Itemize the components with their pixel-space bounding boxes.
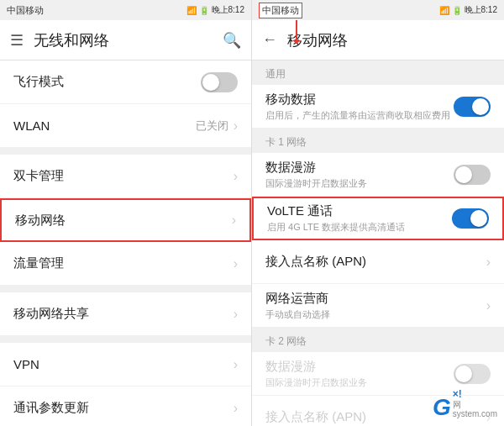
search-icon[interactable]: 🔍 <box>223 31 241 50</box>
comm-update-item[interactable]: 通讯参数更新 › <box>0 387 251 426</box>
mobile-data-title: 移动数据 <box>265 92 454 108</box>
dual-sim-chevron: › <box>234 169 238 184</box>
mobile-network-item[interactable]: 移动网络 › <box>0 198 251 242</box>
divider-2 <box>0 286 251 292</box>
data-roaming-1-toggle[interactable] <box>454 165 491 185</box>
vpn-chevron: › <box>234 357 238 372</box>
mobile-network-label: 移动网络 <box>15 213 232 229</box>
data-roaming-1-title: 数据漫游 <box>265 160 454 176</box>
data-roaming-1-subtitle: 国际漫游时开启数据业务 <box>265 177 454 190</box>
vpn-label: VPN <box>13 357 234 371</box>
vpn-item[interactable]: VPN › <box>0 343 251 387</box>
menu-icon[interactable]: ☰ <box>10 31 24 50</box>
volte-title: VoLTE 通话 <box>267 203 452 219</box>
right-signal-icon: 📶 <box>439 6 449 15</box>
watermark-url: system.com <box>453 410 497 418</box>
apn-1-item[interactable]: 接入点名称 (APN) › <box>252 240 504 284</box>
section-label-sim2: 卡 2 网络 <box>252 328 504 352</box>
volte-toggle[interactable] <box>452 208 489 229</box>
wlan-value: 已关闭 <box>196 118 228 134</box>
apn-1-title: 接入点名称 (APN) <box>265 254 486 270</box>
comm-update-label: 通讯参数更新 <box>13 400 234 416</box>
carrier-1-chevron: › <box>486 298 491 313</box>
volte-subtitle: 启用 4G LTE 数据来提供高清通话 <box>267 221 452 234</box>
left-status-icons: 📶 🔋 晚上8:12 <box>186 4 244 16</box>
mobile-share-label: 移动网络共享 <box>13 306 234 322</box>
section-label-general: 通用 <box>252 60 504 85</box>
data-roaming-2-toggle-thumb <box>455 366 472 382</box>
right-panel: 中国移动 📶 🔋 晚上8:12 ← 移动网络 通用 移动数据 启用后，产生的流量… <box>252 0 504 426</box>
traffic-item[interactable]: 流量管理 › <box>0 242 251 286</box>
divider-3 <box>0 336 251 343</box>
dual-sim-label: 双卡管理 <box>13 168 234 184</box>
traffic-chevron: › <box>234 256 238 271</box>
left-settings-list: 飞行模式 WLAN 已关闭 › 双卡管理 › 移动网络 <box>0 60 251 426</box>
traffic-label: 流量管理 <box>13 255 234 271</box>
data-roaming-2-subtitle: 国际漫游时开启数据业务 <box>265 376 454 389</box>
left-carrier: 中国移动 <box>7 4 44 17</box>
data-roaming-1-item[interactable]: 数据漫游 国际漫游时开启数据业务 <box>252 153 504 197</box>
watermark-line1: 网 <box>453 401 497 409</box>
section-label-sim1: 卡 1 网络 <box>252 129 504 153</box>
data-roaming-1-toggle-thumb <box>455 166 472 183</box>
wlan-chevron: › <box>234 118 238 134</box>
carrier-1-title: 网络运营商 <box>265 291 486 307</box>
carrier-1-item[interactable]: 网络运营商 手动或自动选择 › <box>252 284 504 328</box>
back-icon[interactable]: ← <box>262 31 277 49</box>
data-roaming-2-title: 数据漫游 <box>265 359 454 375</box>
volte-item[interactable]: VoLTE 通话 启用 4G LTE 数据来提供高清通话 <box>252 197 504 240</box>
left-header: ☰ 无线和网络 🔍 <box>0 20 251 60</box>
battery-icon: 🔋 <box>199 6 209 15</box>
right-status-icons: 📶 🔋 晚上8:12 <box>439 4 497 16</box>
carrier-1-subtitle: 手动或自动选择 <box>265 308 486 321</box>
right-settings-list: 通用 移动数据 启用后，产生的流量将由运营商收取相应费用 卡 1 网络 数据漫游… <box>252 60 504 426</box>
volte-toggle-thumb <box>470 210 487 227</box>
mobile-data-item[interactable]: 移动数据 启用后，产生的流量将由运营商收取相应费用 <box>252 85 504 129</box>
watermark-g: G <box>433 396 451 419</box>
watermark: G ×! 网 system.com <box>433 389 497 419</box>
right-carrier-annotated: 中国移动 <box>259 3 302 18</box>
left-panel: 中国移动 📶 🔋 晚上8:12 ☰ 无线和网络 🔍 飞行模式 WLAN 已关 <box>0 0 252 426</box>
watermark-xi: ×! <box>453 389 497 399</box>
data-roaming-2-toggle <box>454 364 491 384</box>
right-time: 晚上8:12 <box>465 4 497 16</box>
airplane-mode-item[interactable]: 飞行模式 <box>0 60 251 104</box>
dual-sim-item[interactable]: 双卡管理 › <box>0 155 251 198</box>
mobile-data-subtitle: 启用后，产生的流量将由运营商收取相应费用 <box>265 109 454 122</box>
mobile-data-toggle-thumb <box>472 98 489 115</box>
signal-icon: 📶 <box>186 6 197 15</box>
wlan-item[interactable]: WLAN 已关闭 › <box>0 104 251 148</box>
left-time: 晚上8:12 <box>212 4 244 16</box>
mobile-share-chevron: › <box>234 307 238 322</box>
wlan-label: WLAN <box>13 118 196 133</box>
mobile-share-item[interactable]: 移动网络共享 › <box>0 292 251 336</box>
airplane-toggle[interactable] <box>201 72 238 92</box>
left-page-title: 无线和网络 <box>34 30 223 50</box>
right-page-title: 移动网络 <box>287 30 348 50</box>
divider-1 <box>0 148 251 155</box>
mobile-network-chevron: › <box>232 213 236 228</box>
comm-update-chevron: › <box>234 401 238 416</box>
right-status-bar: 中国移动 📶 🔋 晚上8:12 <box>252 0 504 20</box>
watermark-text-group: ×! 网 system.com <box>453 389 497 419</box>
right-battery-icon: 🔋 <box>452 6 462 15</box>
airplane-toggle-thumb <box>202 74 219 91</box>
airplane-mode-label: 飞行模式 <box>13 74 201 90</box>
left-status-bar: 中国移动 📶 🔋 晚上8:12 <box>0 0 251 20</box>
mobile-data-toggle[interactable] <box>454 97 491 117</box>
right-header: ← 移动网络 <box>252 20 504 60</box>
apn-1-chevron: › <box>486 255 491 270</box>
